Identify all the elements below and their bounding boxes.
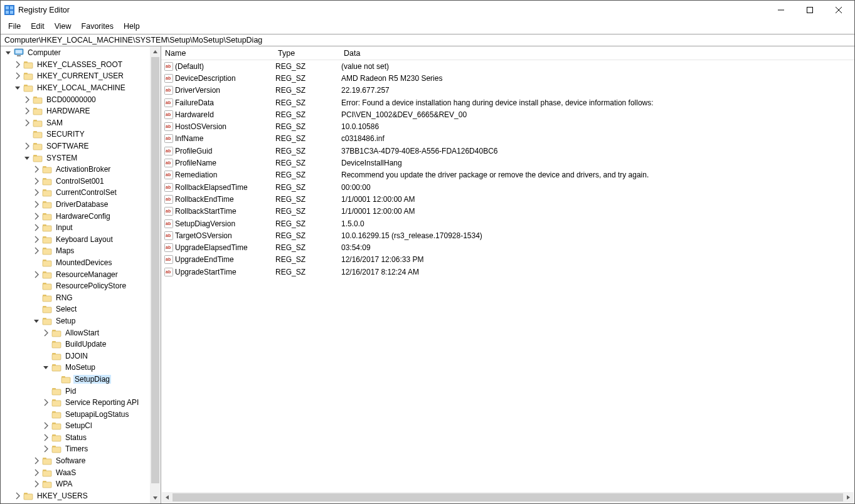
maximize-button[interactable] bbox=[795, 1, 824, 19]
chevron-right-icon[interactable] bbox=[32, 270, 42, 280]
value-row[interactable]: ProfileGuidREG_SZ37BB1C3A-4D79-40E8-A556… bbox=[161, 145, 854, 157]
tree-item[interactable]: HKEY_CURRENT_USER bbox=[3, 70, 161, 82]
tree-item[interactable]: Select bbox=[3, 303, 161, 315]
chevron-right-icon[interactable] bbox=[23, 141, 33, 151]
menu-edit[interactable]: Edit bbox=[26, 21, 50, 32]
tree-item[interactable]: AllowStart bbox=[3, 327, 161, 339]
tree-item[interactable]: DriverDatabase bbox=[3, 199, 161, 211]
tree-item[interactable]: WPA bbox=[3, 478, 161, 490]
chevron-right-icon[interactable] bbox=[13, 491, 23, 501]
value-row[interactable]: DeviceDescriptionREG_SZAMD Radeon R5 M23… bbox=[161, 72, 854, 84]
value-row[interactable]: DriverVersionREG_SZ22.19.677.257 bbox=[161, 85, 854, 97]
tree-item[interactable]: SetupCl bbox=[3, 420, 161, 432]
tree-item[interactable]: HKEY_USERS bbox=[3, 490, 161, 502]
tree-item[interactable]: HARDWARE bbox=[3, 105, 161, 117]
chevron-right-icon[interactable] bbox=[32, 176, 42, 186]
value-row[interactable]: ProfileNameREG_SZDeviceInstallHang bbox=[161, 157, 854, 169]
menu-view[interactable]: View bbox=[50, 21, 77, 32]
registry-tree[interactable]: ComputerHKEY_CLASSES_ROOTHKEY_CURRENT_US… bbox=[1, 46, 161, 502]
tree-item[interactable]: ResourcePolicyStore bbox=[3, 280, 161, 292]
scrollbar-thumb[interactable] bbox=[151, 57, 159, 483]
tree-item[interactable]: Status bbox=[3, 432, 161, 444]
chevron-down-icon[interactable] bbox=[32, 316, 42, 326]
value-row[interactable]: RollbackEndTimeREG_SZ1/1/0001 12:00:00 A… bbox=[161, 193, 854, 205]
value-row[interactable]: SetupDiagVersionREG_SZ1.5.0.0 bbox=[161, 218, 854, 229]
tree-item[interactable]: MoSetup bbox=[3, 362, 161, 374]
chevron-right-icon[interactable] bbox=[13, 60, 23, 70]
chevron-right-icon[interactable] bbox=[23, 106, 33, 116]
value-row[interactable]: RollbackElapsedTimeREG_SZ00:00:00 bbox=[161, 181, 854, 193]
values-list[interactable]: (Default)REG_SZ(value not set)DeviceDesc… bbox=[161, 60, 854, 492]
tree-item[interactable]: Input bbox=[3, 222, 161, 234]
tree-item[interactable]: Pid bbox=[3, 385, 161, 397]
chevron-right-icon[interactable] bbox=[13, 71, 23, 81]
tree-item[interactable]: CurrentControlSet bbox=[3, 187, 161, 199]
tree-item[interactable]: WaaS bbox=[3, 466, 161, 478]
column-header-type[interactable]: Type bbox=[277, 49, 343, 58]
tree-item[interactable]: Keyboard Layout bbox=[3, 234, 161, 246]
tree-item[interactable]: MountedDevices bbox=[3, 257, 161, 269]
chevron-right-icon[interactable] bbox=[32, 223, 42, 233]
menu-file[interactable]: File bbox=[3, 21, 26, 32]
tree-item[interactable]: Computer bbox=[3, 47, 161, 59]
tree-item[interactable]: SECURITY bbox=[3, 129, 161, 140]
tree-item[interactable]: ActivationBroker bbox=[3, 164, 161, 176]
tree-item[interactable]: ResourceManager bbox=[3, 268, 161, 280]
column-header-data[interactable]: Data bbox=[343, 49, 854, 58]
value-row[interactable]: UpgradeEndTimeREG_SZ12/16/2017 12:06:33 … bbox=[161, 254, 854, 266]
chevron-right-icon[interactable] bbox=[23, 95, 33, 105]
chevron-right-icon[interactable] bbox=[32, 234, 42, 244]
tree-item[interactable]: SAM bbox=[3, 117, 161, 129]
menu-help[interactable]: Help bbox=[119, 21, 145, 32]
tree-item[interactable]: Timers bbox=[3, 443, 161, 455]
scroll-right-arrow-icon[interactable] bbox=[843, 492, 854, 503]
tree-item[interactable]: SYSTEM bbox=[3, 152, 161, 164]
chevron-right-icon[interactable] bbox=[32, 468, 42, 478]
chevron-right-icon[interactable] bbox=[32, 187, 42, 197]
value-row[interactable]: InfNameREG_SZc0318486.inf bbox=[161, 133, 854, 145]
values-horizontal-scrollbar[interactable] bbox=[162, 492, 854, 503]
tree-item[interactable]: RNG bbox=[3, 291, 161, 303]
chevron-right-icon[interactable] bbox=[32, 211, 42, 221]
chevron-right-icon[interactable] bbox=[32, 199, 42, 209]
value-row[interactable]: HostOSVersionREG_SZ10.0.10586 bbox=[161, 120, 854, 132]
close-button[interactable] bbox=[824, 1, 853, 19]
chevron-right-icon[interactable] bbox=[32, 456, 42, 466]
chevron-right-icon[interactable] bbox=[41, 328, 51, 338]
tree-item[interactable]: Setup bbox=[3, 315, 161, 327]
tree-vertical-scrollbar[interactable] bbox=[150, 46, 161, 503]
chevron-down-icon[interactable] bbox=[4, 48, 14, 58]
tree-item[interactable]: DJOIN bbox=[3, 350, 161, 362]
value-row[interactable]: UpgradeElapsedTimeREG_SZ03:54:09 bbox=[161, 241, 854, 253]
column-header-name[interactable]: Name bbox=[164, 49, 277, 58]
chevron-down-icon[interactable] bbox=[13, 83, 23, 93]
tree-item[interactable]: SOFTWARE bbox=[3, 140, 161, 152]
tree-item[interactable]: Service Reporting API bbox=[3, 397, 161, 409]
tree-item[interactable]: HKEY_CLASSES_ROOT bbox=[3, 59, 161, 71]
value-row[interactable]: HardwareIdREG_SZPCI\VEN_1002&DEV_6665&RE… bbox=[161, 108, 854, 120]
scroll-down-arrow-icon[interactable] bbox=[150, 493, 161, 503]
tree-item[interactable]: HardwareConfig bbox=[3, 210, 161, 222]
chevron-down-icon[interactable] bbox=[23, 153, 33, 163]
tree-item[interactable]: Maps bbox=[3, 245, 161, 257]
chevron-right-icon[interactable] bbox=[41, 397, 51, 407]
tree-item[interactable]: SetupDiag bbox=[3, 374, 161, 386]
chevron-right-icon[interactable] bbox=[32, 164, 42, 174]
tree-item[interactable]: Software bbox=[3, 455, 161, 467]
menu-favorites[interactable]: Favorites bbox=[77, 21, 119, 32]
chevron-right-icon[interactable] bbox=[41, 444, 51, 454]
value-row[interactable]: (Default)REG_SZ(value not set) bbox=[161, 60, 854, 72]
tree-item[interactable]: SetupapiLogStatus bbox=[3, 408, 161, 420]
tree-item[interactable]: HKEY_LOCAL_MACHINE bbox=[3, 82, 161, 94]
value-row[interactable]: UpgradeStartTimeREG_SZ12/16/2017 8:12:24… bbox=[161, 266, 854, 278]
chevron-right-icon[interactable] bbox=[32, 246, 42, 256]
tree-item[interactable]: BCD00000000 bbox=[3, 93, 161, 105]
chevron-down-icon[interactable] bbox=[41, 362, 51, 372]
chevron-right-icon[interactable] bbox=[41, 421, 51, 431]
value-row[interactable]: FailureDataREG_SZError: Found a device i… bbox=[161, 97, 854, 108]
scrollbar-thumb[interactable] bbox=[173, 493, 843, 501]
scroll-up-arrow-icon[interactable] bbox=[150, 46, 161, 57]
address-bar[interactable]: Computer\HKEY_LOCAL_MACHINE\SYSTEM\Setup… bbox=[1, 34, 854, 46]
tree-item[interactable]: ControlSet001 bbox=[3, 176, 161, 187]
value-row[interactable]: RemediationREG_SZRecommend you update th… bbox=[161, 169, 854, 181]
